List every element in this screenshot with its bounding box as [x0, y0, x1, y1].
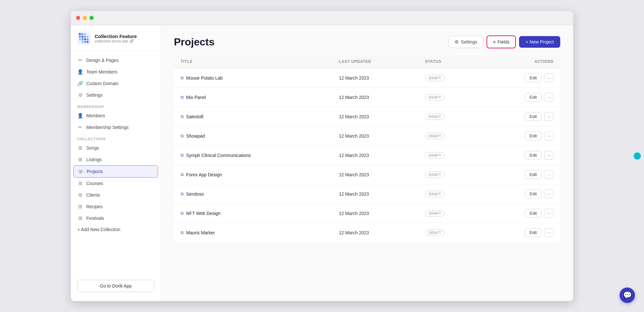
chat-bubble[interactable]: 💬: [620, 288, 635, 303]
sidebar-item-members[interactable]: 👤 Members: [71, 110, 161, 122]
sidebar-item-recipes[interactable]: ⊞ Recipes: [71, 201, 161, 212]
sidebar-item-songs[interactable]: ⊞ Songs: [71, 142, 161, 154]
fields-button[interactable]: ≡ Fields: [487, 35, 516, 48]
edit-button[interactable]: Edit: [525, 112, 542, 121]
sidebar-item-courses[interactable]: ⊞ Courses: [71, 178, 161, 189]
edit-button[interactable]: Edit: [525, 190, 542, 198]
svg-rect-3: [84, 33, 86, 35]
brand-name: Collection Feature: [95, 34, 137, 39]
cell-title: ⧉ Mouse Potato Lab: [174, 68, 333, 88]
cell-actions: Edit ···: [480, 107, 560, 126]
sidebar-item-festivals[interactable]: ⊞ Festivals: [71, 212, 161, 224]
close-button[interactable]: [76, 16, 80, 20]
cell-last-updated: 12 March 2023: [333, 204, 419, 223]
edit-button[interactable]: Edit: [525, 151, 542, 160]
cell-title: ⧉ Mauris Marker: [174, 223, 333, 242]
status-badge: DRAFT: [425, 75, 445, 81]
more-button[interactable]: ···: [544, 209, 554, 218]
title-copy-icon: ⧉: [181, 75, 184, 81]
svg-rect-10: [84, 38, 86, 40]
sidebar-item-membership-settings[interactable]: ✏ Membership Settings: [71, 122, 161, 133]
design-pages-icon: ✏: [77, 57, 83, 63]
sidebar: Collection Feature collection.dcms.site …: [71, 25, 161, 301]
table-row: ⧉ Mauris Marker 12 March 2023 DRAFT Edit…: [174, 223, 560, 242]
more-button[interactable]: ···: [544, 228, 554, 237]
courses-icon: ⊞: [77, 180, 83, 186]
edit-button[interactable]: Edit: [525, 228, 542, 237]
minimize-button[interactable]: [83, 16, 87, 20]
settings-icon: ⚙: [77, 92, 83, 98]
cell-last-updated: 12 March 2023: [333, 146, 419, 165]
recipes-icon: ⊞: [77, 204, 83, 210]
side-dot[interactable]: [634, 152, 641, 160]
edit-button[interactable]: Edit: [525, 73, 542, 82]
sidebar-item-label: Settings: [86, 93, 103, 98]
status-badge: DRAFT: [425, 191, 445, 197]
sidebar-item-custom-domain[interactable]: 🔗 Custom Domain: [71, 78, 161, 89]
svg-rect-4: [79, 36, 81, 38]
title-copy-icon: ⧉: [181, 95, 184, 100]
more-button[interactable]: ···: [544, 73, 554, 82]
svg-rect-1: [79, 33, 81, 35]
table-row: ⧉ NFT Web Design 12 March 2023 DRAFT Edi…: [174, 204, 560, 223]
cell-title: ⧉ Mix Panel: [174, 88, 333, 107]
table-row: ⧉ Salesloft 12 March 2023 DRAFT Edit ···: [174, 107, 560, 126]
sidebar-item-label: Festivals: [86, 216, 104, 221]
status-badge: DRAFT: [425, 113, 445, 120]
cell-actions: Edit ···: [480, 184, 560, 204]
edit-button[interactable]: Edit: [525, 93, 542, 102]
brand-info: Collection Feature collection.dcms.site …: [95, 34, 137, 44]
table-row: ⧉ Forex App Design 12 March 2023 DRAFT E…: [174, 165, 560, 184]
svg-rect-6: [84, 36, 86, 38]
edit-button[interactable]: Edit: [525, 209, 542, 218]
project-title: Mouse Potato Lab: [186, 75, 223, 81]
cell-status: DRAFT: [419, 184, 480, 204]
row-actions: Edit ···: [487, 93, 554, 102]
title-copy-icon: ⧉: [181, 230, 184, 235]
collections-section-label: COLLECTIONS: [71, 133, 161, 142]
sidebar-item-add-collection[interactable]: + Add New Collection: [71, 224, 161, 235]
more-button[interactable]: ···: [544, 132, 554, 140]
clients-icon: ⊞: [77, 192, 83, 198]
edit-button[interactable]: Edit: [525, 132, 542, 140]
cell-actions: Edit ···: [480, 165, 560, 184]
title-copy-icon: ⧉: [181, 133, 184, 139]
cell-last-updated: 12 March 2023: [333, 184, 419, 204]
cell-status: DRAFT: [419, 165, 480, 184]
more-button[interactable]: ···: [544, 190, 554, 198]
sidebar-item-label: Design & Pages: [86, 58, 118, 63]
go-to-dorik-button[interactable]: Go to Dorik App: [77, 280, 154, 292]
svg-rect-2: [81, 33, 83, 35]
sidebar-item-team-members[interactable]: 👤 Team Members: [71, 66, 161, 78]
cell-last-updated: 12 March 2023: [333, 223, 419, 242]
settings-button[interactable]: ⚙ Settings: [449, 36, 483, 48]
settings-button-label: Settings: [461, 39, 477, 44]
row-actions: Edit ···: [487, 170, 554, 179]
table-body: ⧉ Mouse Potato Lab 12 March 2023 DRAFT E…: [174, 68, 560, 242]
more-button[interactable]: ···: [544, 112, 554, 121]
projects-table: TITLE LAST UPDATED STATUS ACTIONS ⧉ Mous…: [174, 55, 560, 242]
maximize-button[interactable]: [90, 16, 94, 20]
sidebar-item-label: Members: [86, 113, 105, 118]
status-badge: DRAFT: [425, 133, 445, 139]
sidebar-item-listings[interactable]: ⊞ Listings: [71, 154, 161, 165]
sidebar-item-settings[interactable]: ⚙ Settings: [71, 89, 161, 101]
more-button[interactable]: ···: [544, 170, 554, 179]
brand-url-text: collection.dcms.site: [95, 39, 128, 44]
project-title: Sendoso: [186, 191, 204, 197]
table-row: ⧉ Mouse Potato Lab 12 March 2023 DRAFT E…: [174, 68, 560, 88]
project-title: Salesloft: [186, 114, 204, 119]
sidebar-item-projects[interactable]: ⊞ Projects: [73, 165, 158, 178]
more-button[interactable]: ···: [544, 151, 554, 160]
status-badge: DRAFT: [425, 152, 445, 159]
edit-button[interactable]: Edit: [525, 170, 542, 179]
svg-rect-7: [87, 36, 89, 38]
sidebar-item-design-pages[interactable]: ✏ Design & Pages: [71, 54, 161, 66]
cell-actions: Edit ···: [480, 204, 560, 223]
sidebar-item-clients[interactable]: ⊞ Clients: [71, 189, 161, 201]
add-collection-label: + Add New Collection: [77, 227, 120, 232]
new-project-button[interactable]: + New Project: [519, 36, 560, 48]
sidebar-item-label: Recipes: [86, 204, 103, 209]
fields-button-label: Fields: [497, 39, 509, 44]
more-button[interactable]: ···: [544, 93, 554, 102]
